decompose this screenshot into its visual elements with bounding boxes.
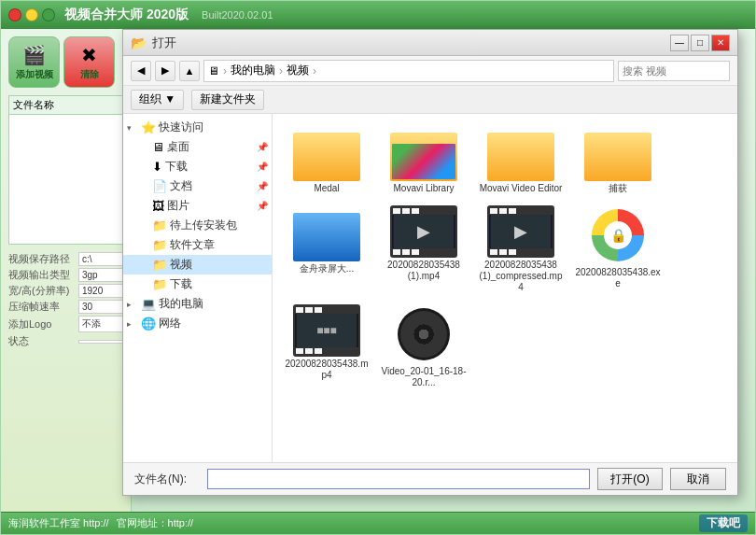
- save-path-value: c:\: [78, 252, 123, 266]
- breadcrumb[interactable]: 🖥 › 我的电脑 › 视频 ›: [203, 60, 614, 82]
- music-container: [394, 304, 454, 364]
- video-icon2: ▶: [487, 205, 554, 258]
- tree-item-videos[interactable]: 📁 视频: [123, 255, 272, 275]
- file-item-jinzhou[interactable]: 金舟录屏大...: [280, 202, 373, 297]
- dialog-window-controls: — □ ✕: [670, 35, 730, 51]
- resolution-label: 宽/高(分辨率): [8, 284, 78, 298]
- back-button[interactable]: ◀: [131, 61, 151, 81]
- nav-tree: ▾ ⭐ 快速访问 🖥 桌面 📌 ⬇ 下载 📌: [123, 114, 273, 462]
- forward-button[interactable]: ▶: [155, 61, 175, 81]
- file-item-video3[interactable]: ■■■ 20200828035438.mp4: [280, 301, 373, 392]
- close-button[interactable]: [8, 8, 21, 21]
- up-button[interactable]: ▲: [179, 61, 200, 81]
- clear-button[interactable]: ✖ 清除: [63, 36, 115, 88]
- breadcrumb-sep1: ›: [223, 64, 227, 77]
- watermark: 下载吧: [699, 514, 748, 532]
- tree-item-upload-packages[interactable]: 📁 待上传安装包: [123, 216, 272, 235]
- dialog-bottom: 文件名(N): 打开(O) 取消: [123, 462, 737, 495]
- file-item-medal[interactable]: Medal: [280, 121, 373, 198]
- file-item-movavi-library[interactable]: Movavi Library: [377, 121, 470, 198]
- file-name-medal: Medal: [314, 183, 339, 194]
- tree-label-software: 软件文章: [170, 237, 215, 253]
- network-icon: 🌐: [141, 317, 156, 331]
- status-label: 状态: [8, 334, 78, 348]
- film-strip-top3: [295, 306, 358, 314]
- exe-container: 🔒: [588, 205, 648, 265]
- tree-label-upload: 待上传安装包: [170, 218, 237, 233]
- folder-icon-medal: [293, 125, 360, 181]
- tree-label-videos: 视频: [170, 257, 192, 273]
- film-strip-top: [392, 207, 455, 215]
- dialog-ok-button[interactable]: 打开(O): [597, 468, 663, 490]
- filename-input[interactable]: [207, 469, 590, 489]
- pin-icon: 📌: [257, 142, 268, 152]
- new-folder-button[interactable]: 新建文件夹: [191, 90, 264, 110]
- add-video-icon: 🎬: [22, 44, 46, 66]
- video-icon3: ■■■: [293, 304, 360, 357]
- dialog-title-icon: 📂: [131, 35, 147, 50]
- desktop-icon: 🖥: [152, 140, 164, 154]
- file-name-jinzhou: 金舟录屏大...: [300, 263, 354, 275]
- tree-item-software[interactable]: 📁 软件文章: [123, 235, 272, 255]
- file-item-music[interactable]: Video_20-01_16-18-20.r...: [377, 301, 470, 392]
- music-icon: [398, 308, 450, 360]
- dialog-max-button[interactable]: □: [691, 35, 709, 51]
- new-folder-label: 新建文件夹: [200, 92, 256, 107]
- search-input[interactable]: [618, 61, 730, 81]
- maximize-button[interactable]: [42, 8, 55, 21]
- dialog-min-button[interactable]: —: [670, 35, 689, 51]
- tree-item-downloads2[interactable]: 📁 下载: [123, 275, 272, 294]
- tree-item-downloads[interactable]: ⬇ 下载 📌: [123, 157, 272, 176]
- file-name-exe: 20200828035438.exe: [575, 267, 661, 289]
- file-item-movavi-editor[interactable]: Movavi Video Editor: [474, 121, 567, 198]
- file-list-header: 文件名称: [9, 96, 122, 115]
- breadcrumb-icon: 🖥: [208, 64, 219, 77]
- clear-label: 清除: [80, 68, 99, 81]
- dialog-content: ▾ ⭐ 快速访问 🖥 桌面 📌 ⬇ 下载 📌: [123, 114, 737, 462]
- window-controls: [8, 8, 55, 21]
- docs-icon: 📄: [152, 179, 167, 193]
- output-type-label: 视频输出类型: [8, 268, 78, 282]
- computer-icon: 💻: [141, 297, 156, 311]
- organize-button[interactable]: 组织 ▼: [131, 90, 184, 110]
- file-name-music: Video_20-01_16-18-20.r...: [381, 366, 467, 388]
- breadcrumb-sep3: ›: [313, 64, 316, 77]
- add-video-button[interactable]: 🎬 添加视频: [8, 36, 60, 88]
- pictures-icon: 🖼: [152, 199, 164, 213]
- tree-item-network[interactable]: ▸ 🌐 网络: [123, 314, 272, 333]
- folder-icon3: 📁: [152, 258, 167, 272]
- add-video-label: 添加视频: [16, 68, 53, 81]
- resolution-row: 宽/高(分辨率) 1920: [8, 284, 123, 298]
- tree-label-pictures: 图片: [167, 198, 189, 214]
- file-name-movavi-library: Movavi Library: [393, 183, 454, 194]
- file-item-video2[interactable]: ▶ 20200828035438 (1)_compressed.mp4: [474, 202, 567, 297]
- pin-icon4: 📌: [257, 201, 268, 211]
- file-list: 文件名称: [8, 95, 123, 245]
- save-path-label: 视频保存路径: [8, 252, 78, 266]
- panel-buttons: 🎬 添加视频 ✖ 清除: [8, 36, 123, 88]
- file-item-exe[interactable]: 🔒 20200828035438.exe: [571, 202, 665, 297]
- dialog-cancel-button[interactable]: 取消: [670, 468, 726, 490]
- dialog-close-button[interactable]: ✕: [711, 35, 730, 51]
- organize-label: 组织 ▼: [139, 92, 175, 107]
- tree-item-pictures[interactable]: 🖼 图片 📌: [123, 196, 272, 216]
- file-item-video1[interactable]: ▶ 20200828035438 (1).mp4: [377, 202, 470, 297]
- file-item-capture[interactable]: 捕获: [571, 121, 665, 198]
- breadcrumb-pc[interactable]: 我的电脑: [231, 63, 275, 78]
- dialog-toolbar: ◀ ▶ ▲ 🖥 › 我的电脑 › 视频 ›: [123, 56, 737, 86]
- breadcrumb-videos[interactable]: 视频: [287, 63, 309, 78]
- left-panel: 🎬 添加视频 ✖ 清除 文件名称 视频保存路径 c:\ 视频输出类型 3gp: [1, 29, 132, 512]
- folder-icon-capture: [584, 125, 651, 181]
- expand-icon3: ▸: [127, 319, 138, 329]
- file-grid: Medal Movavi Library: [273, 114, 737, 462]
- tree-item-desktop[interactable]: 🖥 桌面 📌: [123, 137, 272, 157]
- tree-item-docs[interactable]: 📄 文档 📌: [123, 176, 272, 196]
- tree-item-quick-access[interactable]: ▾ ⭐ 快速访问: [123, 118, 272, 137]
- title-bar: 视频合并大师 2020版 Built2020.02.01: [1, 1, 755, 29]
- minimize-button[interactable]: [25, 8, 38, 21]
- folder-icon-jinzhou: [293, 205, 360, 261]
- tree-label-docs: 文档: [170, 178, 192, 194]
- tree-item-my-computer[interactable]: ▸ 💻 我的电脑: [123, 294, 272, 314]
- folder-icon-movavi-library: [390, 125, 457, 181]
- status-text: 海润软件工作室 http://: [8, 516, 109, 530]
